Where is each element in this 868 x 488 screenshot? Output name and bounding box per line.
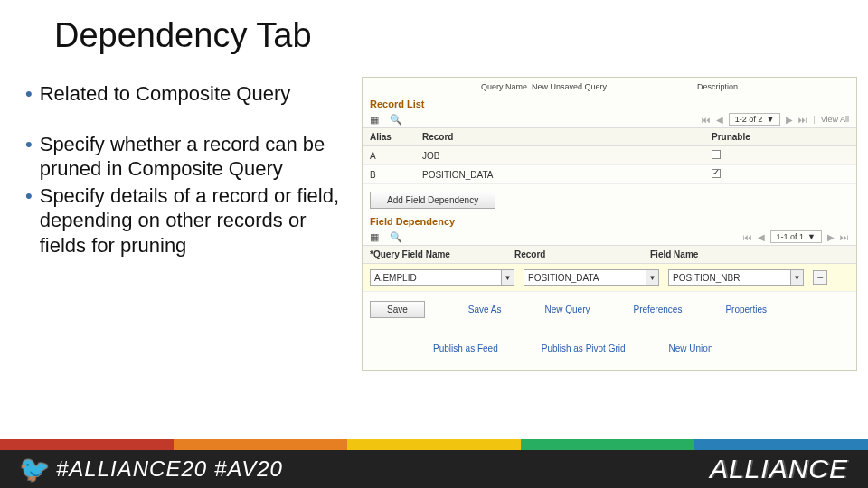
field-dependency-header: Field Dependency (363, 216, 856, 229)
bullet-1: Related to Composite Query (40, 81, 291, 107)
field-dep-columns: *Query Field Name Record Field Name (363, 246, 856, 264)
brand-logo: ALLIANCE (710, 454, 848, 484)
screenshot-panel: Query Name New Unsaved Query Description… (362, 77, 857, 371)
field-dep-row: A.EMPLID▼ POSITION_DATA▼ POSITION_NBR▼ − (363, 264, 856, 292)
new-query-link[interactable]: New Query (545, 305, 590, 314)
save-as-link[interactable]: Save As (468, 305, 502, 314)
bullet-list: •Related to Composite Query •Specify whe… (25, 81, 355, 283)
grid-icon[interactable]: ▦ (370, 114, 379, 126)
prunable-checkbox[interactable] (712, 150, 721, 159)
publish-feed-link[interactable]: Publish as Feed (433, 343, 498, 353)
record-list-header: Record List (363, 99, 856, 111)
next-page-icon[interactable]: ▶ (827, 232, 835, 242)
chevron-down-icon: ▼ (501, 270, 514, 285)
table-row: A JOB (363, 146, 856, 165)
bullet-2: Specify whether a record can be pruned i… (40, 132, 355, 182)
bullet-3: Specify details of a record or field, de… (40, 183, 355, 258)
grid-icon[interactable]: ▦ (370, 231, 379, 243)
last-page-icon[interactable]: ⏭ (798, 115, 807, 125)
view-all-link[interactable]: View All (821, 115, 849, 124)
field-dep-toolbar: ▦ 🔍 ⏮ ◀ 1-1 of 1▼ ▶ ⏭ (363, 229, 856, 246)
first-page-icon[interactable]: ⏮ (743, 232, 752, 242)
hashtag-1: #ALLIANCE20 (56, 456, 207, 482)
chevron-down-icon: ▼ (790, 270, 803, 285)
record-select[interactable]: POSITION_DATA▼ (524, 269, 659, 286)
pager-box[interactable]: 1-2 of 2▼ (729, 113, 780, 126)
save-button[interactable]: Save (370, 301, 425, 318)
record-list-columns: Alias Record Prunable (363, 128, 856, 146)
new-union-link[interactable]: New Union (669, 343, 713, 353)
properties-link[interactable]: Properties (725, 305, 767, 314)
prunable-checkbox[interactable] (712, 169, 721, 178)
prev-page-icon[interactable]: ◀ (758, 232, 765, 242)
slide-title: Dependency Tab (54, 16, 312, 55)
remove-row-button[interactable]: − (813, 270, 827, 285)
action-links: Save Save As New Query Preferences Prope… (363, 292, 856, 361)
footer: 🐦 #ALLIANCE20 #AV20 ALLIANCE (0, 439, 868, 488)
prev-page-icon[interactable]: ◀ (716, 115, 723, 125)
query-name-label: Query Name (481, 82, 527, 91)
search-icon[interactable]: 🔍 (390, 114, 402, 126)
pager-box[interactable]: 1-1 of 1▼ (770, 230, 822, 243)
twitter-icon: 🐦 (20, 455, 49, 483)
description-label: Description (697, 82, 738, 91)
field-name-select[interactable]: POSITION_NBR▼ (668, 269, 804, 286)
add-field-dependency-button[interactable]: Add Field Dependency (370, 192, 495, 209)
first-page-icon[interactable]: ⏮ (702, 115, 711, 125)
last-page-icon[interactable]: ⏭ (840, 232, 849, 242)
publish-pivot-link[interactable]: Publish as Pivot Grid (542, 343, 626, 353)
hashtag-2: #AV20 (214, 456, 283, 482)
next-page-icon[interactable]: ▶ (786, 115, 793, 125)
search-icon[interactable]: 🔍 (390, 231, 402, 243)
query-name-value: New Unsaved Query (532, 82, 607, 91)
chevron-down-icon: ▼ (646, 270, 658, 285)
query-field-name-select[interactable]: A.EMPLID▼ (370, 269, 514, 286)
preferences-link[interactable]: Preferences (634, 305, 683, 314)
record-list-toolbar: ▦ 🔍 ⏮ ◀ 1-2 of 2▼ ▶ ⏭ | View All (363, 111, 856, 128)
table-row: B POSITION_DATA (363, 165, 856, 184)
